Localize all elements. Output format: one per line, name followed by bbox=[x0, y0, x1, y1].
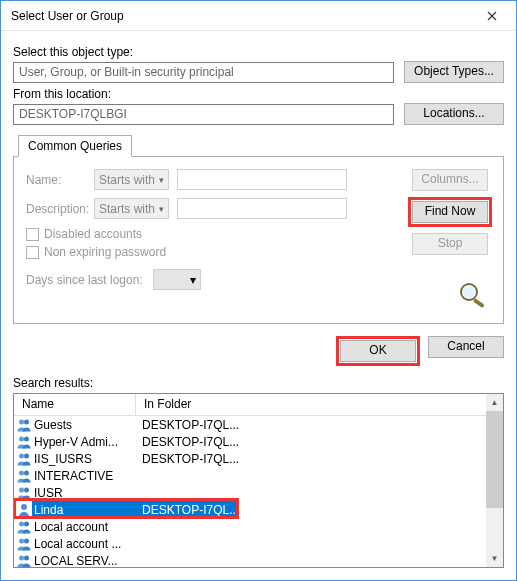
description-mode-select[interactable]: Starts with▾ bbox=[94, 198, 169, 219]
result-name: Hyper-V Admi... bbox=[32, 435, 136, 449]
non-expiring-password-checkbox[interactable]: Non expiring password bbox=[26, 245, 393, 259]
checkbox-box bbox=[26, 228, 39, 241]
svg-point-19 bbox=[24, 555, 29, 560]
object-type-label: Select this object type: bbox=[13, 45, 504, 59]
svg-point-11 bbox=[19, 487, 24, 492]
col-header-folder[interactable]: In Folder bbox=[136, 394, 503, 415]
result-folder: DESKTOP-I7QL... bbox=[136, 435, 503, 449]
search-results: Name In Folder GuestsDESKTOP-I7QL...Hype… bbox=[13, 393, 504, 568]
tab-panel: Name: Starts with▾ Description: Starts w… bbox=[13, 156, 504, 324]
svg-point-4 bbox=[24, 419, 29, 424]
name-mode-select[interactable]: Starts with▾ bbox=[94, 169, 169, 190]
tab-common-queries[interactable]: Common Queries bbox=[18, 135, 132, 157]
stop-button[interactable]: Stop bbox=[412, 233, 488, 255]
dialog-content: Select this object type: User, Group, or… bbox=[1, 31, 516, 324]
result-name: Linda bbox=[32, 503, 136, 517]
chevron-down-icon: ▾ bbox=[159, 175, 164, 185]
locations-button[interactable]: Locations... bbox=[404, 103, 504, 125]
result-row[interactable]: Local account ... bbox=[14, 535, 503, 552]
vertical-scrollbar[interactable]: ▲ ▼ bbox=[486, 394, 503, 567]
group-icon bbox=[16, 468, 32, 484]
close-icon bbox=[487, 11, 497, 21]
user-icon bbox=[16, 502, 32, 518]
chevron-down-icon: ▾ bbox=[190, 273, 196, 287]
common-queries-tabbox: Common Queries Name: Starts with▾ Descri… bbox=[13, 135, 504, 324]
result-row[interactable]: Hyper-V Admi...DESKTOP-I7QL... bbox=[14, 433, 503, 450]
group-icon bbox=[16, 485, 32, 501]
object-types-button[interactable]: Object Types... bbox=[404, 61, 504, 83]
scroll-down-button[interactable]: ▼ bbox=[486, 550, 503, 567]
highlight-ok: OK bbox=[336, 336, 420, 366]
svg-point-14 bbox=[19, 521, 24, 526]
highlight-find-now: Find Now bbox=[408, 197, 492, 227]
titlebar: Select User or Group bbox=[1, 1, 516, 31]
chevron-down-icon: ▾ bbox=[159, 204, 164, 214]
days-since-logon-label: Days since last logon: bbox=[26, 273, 143, 287]
svg-point-18 bbox=[19, 555, 24, 560]
group-icon bbox=[16, 434, 32, 450]
cancel-button[interactable]: Cancel bbox=[428, 336, 504, 358]
magnifier-icon bbox=[455, 279, 491, 309]
window-title: Select User or Group bbox=[11, 9, 472, 23]
result-folder: DESKTOP-I7QL... bbox=[136, 503, 239, 517]
find-now-button[interactable]: Find Now bbox=[412, 201, 488, 223]
svg-point-15 bbox=[24, 521, 29, 526]
columns-button[interactable]: Columns... bbox=[412, 169, 488, 191]
result-name: IUSR bbox=[32, 486, 136, 500]
svg-point-10 bbox=[24, 470, 29, 475]
location-field[interactable]: DESKTOP-I7QLBGI bbox=[13, 104, 394, 125]
results-header[interactable]: Name In Folder bbox=[14, 394, 503, 416]
svg-point-8 bbox=[24, 453, 29, 458]
dialog-window: Select User or Group Select this object … bbox=[0, 0, 517, 581]
svg-point-12 bbox=[24, 487, 29, 492]
result-row[interactable]: LOCAL SERV... bbox=[14, 552, 503, 567]
result-row[interactable]: INTERACTIVE bbox=[14, 467, 503, 484]
col-header-name[interactable]: Name bbox=[14, 394, 136, 415]
query-buttons: Columns... Find Now Stop bbox=[409, 169, 491, 309]
group-icon bbox=[16, 417, 32, 433]
result-row[interactable]: IIS_IUSRSDESKTOP-I7QL... bbox=[14, 450, 503, 467]
result-name: Local account ... bbox=[32, 537, 136, 551]
result-row[interactable]: IUSR bbox=[14, 484, 503, 501]
group-icon bbox=[16, 553, 32, 568]
dialog-buttons: OK Cancel bbox=[1, 324, 516, 376]
svg-point-16 bbox=[19, 538, 24, 543]
location-label: From this location: bbox=[13, 87, 504, 101]
svg-point-17 bbox=[24, 538, 29, 543]
description-label: Description: bbox=[26, 202, 94, 216]
search-results-label: Search results: bbox=[1, 376, 516, 393]
scroll-thumb[interactable] bbox=[486, 411, 503, 508]
name-input[interactable] bbox=[177, 169, 347, 190]
result-row[interactable]: LindaDESKTOP-I7QL... bbox=[14, 501, 503, 518]
svg-rect-2 bbox=[473, 298, 485, 308]
svg-point-6 bbox=[24, 436, 29, 441]
description-input[interactable] bbox=[177, 198, 347, 219]
scroll-up-button[interactable]: ▲ bbox=[486, 394, 503, 411]
checkbox-box bbox=[26, 246, 39, 259]
result-name: IIS_IUSRS bbox=[32, 452, 136, 466]
result-name: LOCAL SERV... bbox=[32, 554, 136, 568]
result-folder: DESKTOP-I7QL... bbox=[136, 452, 503, 466]
object-type-field[interactable]: User, Group, or Built-in security princi… bbox=[13, 62, 394, 83]
result-name: INTERACTIVE bbox=[32, 469, 136, 483]
close-button[interactable] bbox=[472, 2, 512, 30]
svg-point-5 bbox=[19, 436, 24, 441]
svg-point-7 bbox=[19, 453, 24, 458]
result-row[interactable]: Local account bbox=[14, 518, 503, 535]
days-since-logon-select[interactable]: ▾ bbox=[153, 269, 201, 290]
group-icon bbox=[16, 536, 32, 552]
group-icon bbox=[16, 451, 32, 467]
results-body[interactable]: GuestsDESKTOP-I7QL...Hyper-V Admi...DESK… bbox=[14, 416, 503, 567]
result-name: Local account bbox=[32, 520, 136, 534]
svg-point-13 bbox=[21, 504, 27, 510]
result-name: Guests bbox=[32, 418, 136, 432]
ok-button[interactable]: OK bbox=[340, 340, 416, 362]
result-row[interactable]: GuestsDESKTOP-I7QL... bbox=[14, 416, 503, 433]
svg-point-1 bbox=[463, 286, 475, 298]
group-icon bbox=[16, 519, 32, 535]
disabled-accounts-checkbox[interactable]: Disabled accounts bbox=[26, 227, 393, 241]
query-fields: Name: Starts with▾ Description: Starts w… bbox=[26, 169, 393, 309]
name-label: Name: bbox=[26, 173, 94, 187]
svg-point-9 bbox=[19, 470, 24, 475]
scroll-track[interactable] bbox=[486, 411, 503, 550]
